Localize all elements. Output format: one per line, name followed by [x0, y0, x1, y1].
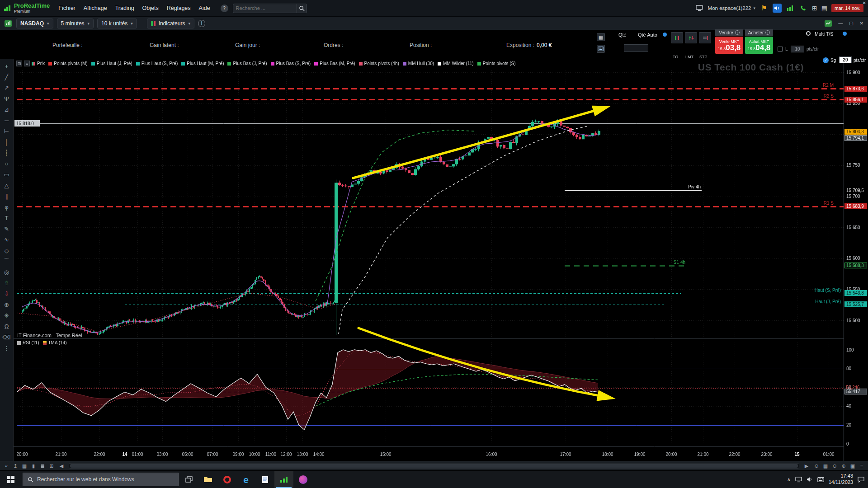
legend-item-tma[interactable]: TMA (14) [43, 340, 67, 345]
fullscreen-icon[interactable]: ▣ [848, 462, 857, 470]
start-button[interactable] [0, 471, 22, 488]
tool-settings[interactable]: ⋮ [0, 343, 14, 353]
maximize-icon[interactable]: ▢ [848, 21, 854, 26]
taskbar-clock[interactable]: 17:43 14/11/2023 [829, 473, 853, 486]
grid-layout-icon[interactable]: ⊞ [812, 5, 817, 12]
scrollbar-thumb[interactable] [70, 464, 798, 468]
hand-tool[interactable]: ✳ [0, 310, 14, 321]
channel-tool[interactable]: ∥ [0, 191, 14, 202]
sell-market-button[interactable]: Vente MKT 15 803,8 [715, 37, 743, 54]
limit-checkbox[interactable] [778, 47, 783, 52]
close-icon[interactable]: ✕ [863, 0, 866, 5]
zoom-in-icon[interactable]: ⊕ [839, 462, 848, 470]
arrow-down-tool[interactable]: ⇩ [0, 288, 14, 299]
ellipse-tool[interactable]: ○ [0, 158, 14, 169]
history-clock-icon[interactable]: ⊙ [812, 462, 821, 470]
collapse-tools-icon[interactable]: « [2, 462, 11, 470]
media-app-icon[interactable] [293, 471, 312, 488]
price-chart[interactable] [14, 59, 868, 461]
phone-assist-icon[interactable] [799, 4, 808, 13]
pitchfork-tool[interactable]: Ψ [0, 93, 14, 104]
horizontal-ray-tool[interactable]: ⊢ [0, 126, 14, 136]
menu-reglages[interactable]: Réglages [163, 5, 195, 11]
order-type-to-label[interactable]: TO [673, 55, 678, 59]
bar-style-icon[interactable]: ≣ [38, 462, 47, 470]
zoom-out-icon[interactable]: ⊖ [830, 462, 839, 470]
legend-item-points-pivots-4h-[interactable]: Points pivots (4h) [359, 61, 399, 66]
multi-ts-toggle[interactable] [806, 31, 811, 36]
close-window-icon[interactable]: ✕ [859, 21, 864, 26]
fibonacci-tool[interactable]: φ [0, 202, 14, 212]
order-type-limit-button[interactable] [685, 32, 697, 43]
order-type-lmt-label[interactable]: LMT [685, 55, 693, 59]
print-icon[interactable]: ⊞ [47, 462, 56, 470]
legend-item-plus-bas-m-pre-[interactable]: Plus Bas (M, Pré) [314, 61, 355, 66]
info-icon[interactable]: i [198, 20, 205, 27]
legend-item-plus-bas-j-pre-[interactable]: Plus Bas (J, Pré) [227, 61, 267, 66]
symbol-select[interactable]: NASDAQ ▾ [16, 19, 53, 28]
order-type-market-button[interactable] [671, 32, 683, 43]
legend-item-prix[interactable]: Prix [32, 61, 45, 66]
panels-icon[interactable]: ▤ [821, 5, 827, 12]
buy-market-button[interactable]: Achat MKT 15 804,8 [745, 37, 773, 54]
alerts-flag-icon[interactable]: ⚑ [760, 4, 769, 13]
qty-auto-label[interactable]: Qté Auto [638, 32, 657, 38]
legend-item-plus-bas-s-pre-[interactable]: Plus Bas (S, Pré) [271, 61, 311, 66]
units-select[interactable]: 10 k unités ▾ [97, 19, 137, 28]
measure-tool[interactable]: ⊿ [0, 104, 14, 115]
pencil-tool[interactable]: ✎ [0, 223, 14, 234]
zoom-area-tool[interactable]: ⊕ [0, 299, 14, 310]
share-icon[interactable]: ↥ [11, 462, 20, 470]
vertical-line-tool[interactable]: │ [0, 136, 14, 147]
stop-points-input[interactable] [839, 56, 852, 63]
menu-trading[interactable]: Trading [111, 5, 138, 11]
legend-item-mm-hull-30-[interactable]: MM Hull (30) [403, 61, 434, 66]
edge-icon[interactable]: e [236, 471, 255, 488]
eraser-tool[interactable]: ⌫ [0, 332, 14, 343]
menu-aide[interactable]: Aide [195, 5, 214, 11]
chart-window-icon[interactable] [786, 4, 795, 13]
tray-expand-icon[interactable]: ∧ [787, 477, 791, 483]
legend-item-points-pivots-m-[interactable]: Points pivots (M) [48, 61, 87, 66]
wave-tool[interactable]: ∿ [0, 234, 14, 245]
search-input[interactable] [233, 4, 297, 13]
volume-icon[interactable] [807, 477, 813, 482]
pattern-tool[interactable]: ◇ [0, 245, 14, 256]
new-chart-icon[interactable] [824, 19, 833, 28]
horizontal-line-tool[interactable]: ─ [0, 115, 14, 126]
trendline-tool[interactable]: ╱ [0, 71, 14, 82]
info-icon[interactable]: i [735, 30, 740, 35]
screens-icon[interactable] [695, 4, 704, 13]
keyboard-icon[interactable] [597, 45, 605, 53]
candle-style-icon[interactable]: ▮ [29, 462, 38, 470]
rectangle-tool[interactable]: ▭ [0, 169, 14, 180]
legend-item-mm-wilder-11-[interactable]: MM Wilder (11) [438, 61, 474, 66]
legend-item-rsi[interactable]: RSI (11) [17, 340, 39, 345]
minimize-icon[interactable]: — [837, 21, 844, 26]
limit-points-input[interactable] [791, 46, 804, 52]
triangle-tool[interactable]: △ [0, 180, 14, 191]
qty-input[interactable] [624, 44, 648, 52]
calendar-icon[interactable]: ▦ [821, 462, 830, 470]
menu-objets[interactable]: Objets [138, 5, 163, 11]
indicators-select[interactable]: Indicateurs ▾ [147, 19, 194, 28]
network-icon[interactable] [795, 477, 802, 483]
text-tool[interactable]: T [0, 212, 14, 223]
layout-grid-icon[interactable]: ▦ [20, 462, 29, 470]
target-tool[interactable]: ◎ [0, 267, 14, 277]
stop-toggle[interactable]: ✓ [823, 57, 829, 63]
file-explorer-icon[interactable] [198, 471, 217, 488]
scroll-right-button[interactable]: ▶ [802, 462, 811, 470]
instrument-add-icon[interactable] [4, 19, 13, 28]
arrow-tool[interactable]: ↗ [0, 82, 14, 93]
price-settings-icon[interactable]: ≡ [24, 61, 30, 66]
qty-auto-toggle[interactable] [663, 33, 667, 37]
arc-tool[interactable]: ⌒ [0, 256, 14, 267]
menu-affichage[interactable]: Affichage [80, 5, 111, 11]
order-type-stp-label[interactable]: STP [699, 55, 708, 59]
arrow-up-tool[interactable]: ⇧ [0, 277, 14, 288]
magnet-tool[interactable]: Ω [0, 321, 14, 332]
legend-item-plus-haut-m-pre-[interactable]: Plus Haut (M, Pré) [181, 61, 224, 66]
chart-menu-icon[interactable]: ≡ [857, 462, 866, 470]
help-icon[interactable]: ? [221, 5, 228, 12]
